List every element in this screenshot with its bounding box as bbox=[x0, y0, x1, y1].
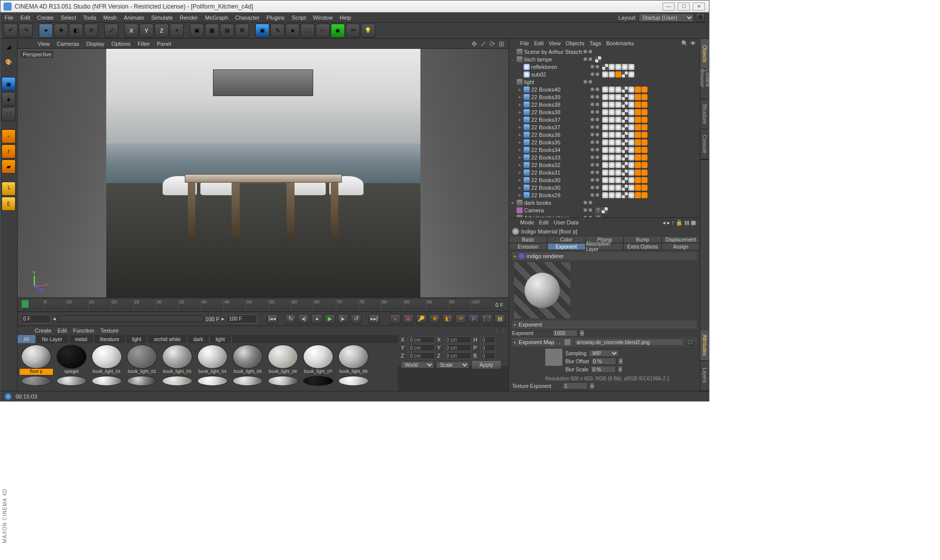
key-param-button[interactable]: P bbox=[468, 314, 479, 324]
playhead[interactable] bbox=[22, 300, 29, 308]
spinner-icon[interactable]: ◂▸ bbox=[618, 366, 623, 373]
material-cell[interactable] bbox=[336, 376, 371, 386]
key-icon[interactable]: 🔑 bbox=[416, 314, 427, 324]
new-icon[interactable]: ▦ bbox=[691, 219, 696, 226]
scale-tool[interactable]: ◧ bbox=[69, 24, 83, 38]
object-row[interactable]: Arbeitszeitrechner? bbox=[509, 214, 700, 217]
axis-z-button[interactable]: Z bbox=[155, 24, 169, 38]
pan-icon[interactable]: ✥ bbox=[471, 40, 477, 48]
step-back-button[interactable]: ◂| bbox=[298, 314, 309, 324]
attr-tab-basic[interactable]: Basic bbox=[509, 236, 547, 243]
viewport-menu-item[interactable]: Panel bbox=[157, 41, 171, 47]
object-row[interactable]: +22 Books30 bbox=[509, 184, 700, 191]
link-button[interactable]: ⚯ bbox=[346, 24, 360, 38]
menu-item[interactable]: File bbox=[5, 15, 14, 21]
menu-item[interactable]: Render bbox=[180, 15, 198, 21]
material-tab[interactable]: orchid white bbox=[148, 335, 187, 343]
menu-item[interactable]: Character bbox=[235, 15, 259, 21]
exponent-field[interactable] bbox=[552, 330, 577, 337]
viewport-menu-item[interactable]: Display bbox=[86, 41, 104, 47]
attr-menu-item[interactable]: Mode bbox=[520, 219, 534, 225]
vtab-objects[interactable]: Objects bbox=[700, 39, 709, 69]
material-cell[interactable] bbox=[19, 376, 53, 386]
lock-icon[interactable]: 🔒 bbox=[676, 219, 683, 226]
size-z-field[interactable] bbox=[444, 352, 471, 359]
point-mode-button[interactable]: ▫ bbox=[2, 129, 16, 143]
rot-b-field[interactable] bbox=[480, 352, 495, 359]
axis-tool-button[interactable]: └ bbox=[2, 182, 16, 196]
close-button[interactable]: ✕ bbox=[693, 3, 705, 11]
material-cell[interactable]: floor p bbox=[19, 345, 53, 375]
render-pv-button[interactable]: ▤ bbox=[220, 24, 234, 38]
object-row[interactable]: +22 Books35 bbox=[509, 138, 700, 146]
obj-menu-item[interactable]: File bbox=[520, 40, 529, 46]
material-cell[interactable]: spiegel bbox=[54, 345, 89, 375]
bend-button[interactable]: ⬳ bbox=[316, 24, 330, 38]
paint-icon[interactable]: 🎨 bbox=[2, 55, 16, 69]
object-row[interactable]: -tisch lampe bbox=[509, 55, 700, 63]
vtab-content[interactable]: Content Browser bbox=[700, 69, 709, 99]
coord-world-select[interactable]: World bbox=[401, 361, 434, 368]
material-cell[interactable] bbox=[125, 376, 159, 386]
menu-item[interactable]: Plugins bbox=[266, 15, 284, 21]
attr-tab-extra[interactable]: Extra Options bbox=[623, 243, 662, 250]
frame-end-field[interactable] bbox=[227, 314, 257, 324]
object-row[interactable]: +dark books bbox=[509, 199, 700, 206]
vtab-structure[interactable]: Structure bbox=[700, 99, 709, 129]
material-cell[interactable]: book_light_04 bbox=[195, 345, 230, 375]
object-row[interactable]: -light bbox=[509, 78, 700, 86]
material-tab[interactable]: light bbox=[209, 335, 231, 343]
materials-menu-item[interactable]: Texture bbox=[100, 328, 118, 334]
material-tab[interactable]: light bbox=[126, 335, 148, 343]
obj-menu-item[interactable]: Tags bbox=[590, 40, 601, 46]
key-pla-button[interactable]: ⋮⋮ bbox=[481, 314, 492, 324]
subdiv-button[interactable]: ◈ bbox=[285, 24, 300, 38]
spinner-icon[interactable]: ◂▸ bbox=[618, 358, 623, 365]
viewport-menu-item[interactable]: Options bbox=[111, 41, 130, 47]
material-cell[interactable] bbox=[266, 376, 300, 386]
model-icon[interactable]: ◢ bbox=[2, 40, 16, 54]
rot-p-field[interactable] bbox=[480, 344, 495, 351]
material-cell[interactable]: book_light_01 bbox=[90, 345, 124, 375]
panel-menu-icon[interactable]: ⋮⋮ bbox=[494, 328, 505, 335]
texture-mode-button[interactable]: ◈ bbox=[2, 92, 16, 106]
object-row[interactable]: +22 Books31 bbox=[509, 169, 700, 176]
menu-item[interactable]: Tools bbox=[83, 15, 96, 21]
obj-menu-item[interactable]: View bbox=[549, 40, 561, 46]
material-cell[interactable]: book_light_06 bbox=[266, 345, 300, 375]
menu-item[interactable]: Animate bbox=[124, 15, 144, 21]
menu-item[interactable]: Simulate bbox=[151, 15, 173, 21]
material-cell[interactable]: book_light_03 bbox=[160, 345, 194, 375]
object-row[interactable]: +22 Books40 bbox=[509, 86, 700, 93]
menu-item[interactable]: Create bbox=[37, 15, 54, 21]
cursor-tool[interactable]: ⤢ bbox=[104, 24, 118, 38]
materials-menu-item[interactable]: Create bbox=[35, 328, 51, 334]
object-tree[interactable]: Scene by Arthur Staschyk-tisch lamperefl… bbox=[509, 48, 700, 217]
object-row[interactable]: reflektoren bbox=[509, 63, 700, 70]
render-settings-button[interactable]: ⚙ bbox=[235, 24, 249, 38]
menu-item[interactable]: Edit bbox=[21, 15, 30, 21]
dynamic-button[interactable]: ◉ bbox=[331, 24, 345, 38]
pen-button[interactable]: ✎ bbox=[270, 24, 284, 38]
object-row[interactable]: +22 Books36 bbox=[509, 131, 700, 138]
materials-menu-item[interactable]: Function bbox=[73, 328, 94, 334]
obj-menu-item[interactable]: Objects bbox=[565, 40, 584, 46]
poly-mode-button[interactable]: ▰ bbox=[2, 159, 16, 174]
sampling-select[interactable]: MIP bbox=[589, 350, 619, 357]
goto-end-button[interactable]: ▸▸| bbox=[369, 314, 380, 324]
record-button[interactable]: ● bbox=[390, 314, 401, 324]
workplane-button[interactable]: ⬚ bbox=[2, 107, 16, 121]
material-tab[interactable]: All bbox=[18, 335, 36, 343]
vtab-console[interactable]: Console bbox=[700, 129, 709, 159]
zoom-icon[interactable]: ⤢ bbox=[480, 40, 486, 48]
layout-select[interactable]: Startup (User) bbox=[638, 13, 694, 22]
object-row[interactable]: +22 Books37 bbox=[509, 116, 700, 123]
move-tool[interactable]: ✥ bbox=[54, 24, 68, 38]
material-cell[interactable] bbox=[301, 376, 335, 386]
texexp-field[interactable] bbox=[562, 382, 588, 389]
object-row[interactable]: +22 Books34 bbox=[509, 146, 700, 153]
key-psr-button[interactable]: ✥ bbox=[429, 314, 440, 324]
material-cell[interactable] bbox=[160, 376, 194, 386]
object-row[interactable]: +22 Books33 bbox=[509, 153, 700, 161]
orbit-icon[interactable]: ⟳ bbox=[489, 40, 495, 48]
